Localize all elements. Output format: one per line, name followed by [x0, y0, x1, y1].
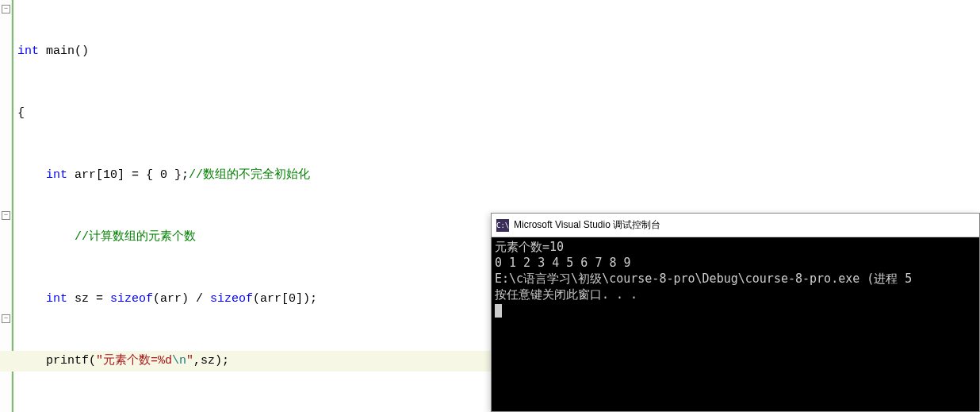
console-icon: C:\: [496, 219, 509, 232]
console-output[interactable]: 元素个数=10 0 1 2 3 4 5 6 7 8 9 E:\c语言学习\初级\…: [492, 237, 979, 411]
code-text: ,sz);: [193, 354, 229, 368]
fold-icon[interactable]: −: [2, 5, 10, 13]
code-text: (arr[0]);: [253, 292, 317, 306]
fold-icon[interactable]: −: [2, 314, 10, 323]
code-text: printf(: [46, 354, 96, 368]
console-line: 元素个数=10: [495, 240, 564, 254]
keyword: int: [46, 292, 67, 306]
console-line: 按任意键关闭此窗口. . .: [495, 287, 637, 302]
code-text: {: [17, 106, 25, 120]
keyword: sizeof: [210, 292, 253, 306]
console-title-text: Microsoft Visual Studio 调试控制台: [514, 218, 660, 232]
escape: \n: [172, 354, 186, 368]
string: "元素个数=%d: [96, 354, 172, 368]
console-line: E:\c语言学习\初级\course-8-pro\Debug\course-8-…: [495, 271, 912, 286]
console-line: 0 1 2 3 4 5 6 7 8 9: [495, 256, 631, 270]
keyword: sizeof: [110, 292, 153, 306]
code-text: (arr) /: [153, 292, 210, 306]
comment: //数组的不完全初始化: [189, 168, 310, 182]
console-titlebar[interactable]: C:\ Microsoft Visual Studio 调试控制台: [492, 214, 979, 237]
debug-console-window[interactable]: C:\ Microsoft Visual Studio 调试控制台 元素个数=1…: [491, 213, 980, 412]
code-text: arr[10] = { 0 };: [67, 168, 189, 182]
code-content[interactable]: int main() { int arr[10] = { 0 };//数组的不完…: [17, 0, 408, 412]
code-text: main(): [39, 44, 89, 58]
code-text: sz =: [67, 292, 110, 306]
keyword: int: [17, 44, 39, 58]
comment: //计算数组的元素个数: [75, 230, 196, 244]
keyword: int: [46, 168, 67, 182]
string: ": [186, 354, 193, 368]
fold-icon[interactable]: −: [2, 211, 10, 220]
console-cursor: [495, 304, 502, 318]
